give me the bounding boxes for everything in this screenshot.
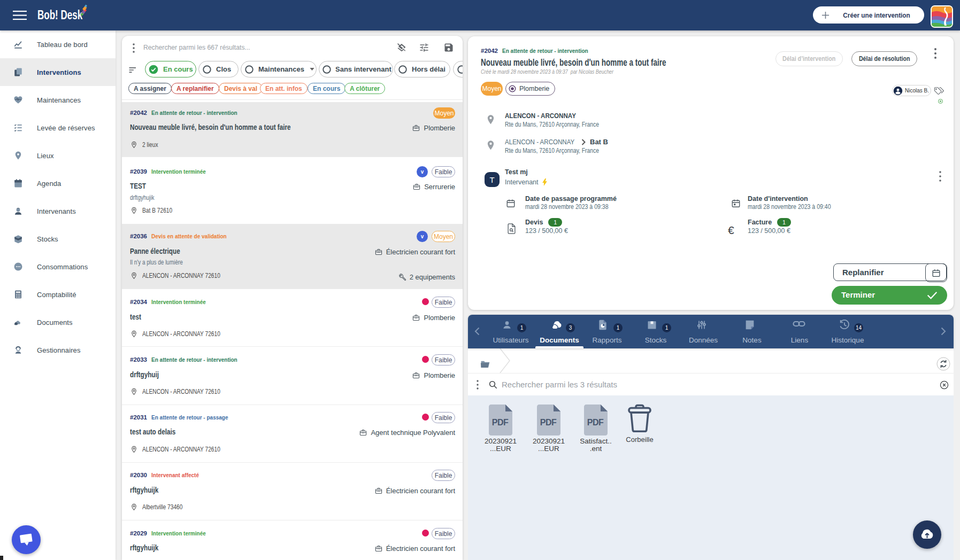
svg-text:PDF: PDF xyxy=(540,418,557,427)
svg-text:PDF: PDF xyxy=(587,418,604,427)
svg-text:PDF: PDF xyxy=(492,418,509,427)
